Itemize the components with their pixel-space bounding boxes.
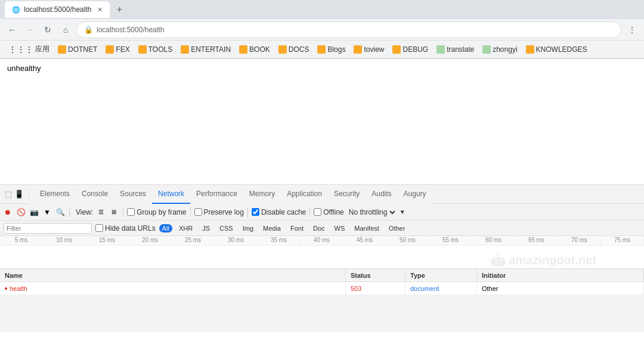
row-status: 503: [351, 285, 361, 292]
reload-button[interactable]: ↻: [41, 23, 55, 37]
forward-button[interactable]: →: [23, 23, 37, 37]
disable-cache-input[interactable]: [252, 208, 259, 216]
tab-security[interactable]: Security: [328, 185, 366, 204]
filter-icon[interactable]: ▼: [42, 207, 52, 218]
tab-audits[interactable]: Audits: [366, 185, 397, 204]
view-grid-icon[interactable]: ⊞: [109, 207, 119, 218]
offline-input[interactable]: [314, 208, 321, 216]
folder-icon: [181, 45, 189, 54]
tick-20ms: 20 ms: [129, 236, 172, 245]
tab-network[interactable]: Network: [152, 185, 190, 204]
bookmark-entertain[interactable]: ENTERTAIN: [177, 44, 234, 55]
tab-performance[interactable]: Performance: [190, 185, 243, 204]
network-table: Name Status Type Initiator health 503 do…: [0, 269, 644, 295]
preserve-log-input[interactable]: [194, 208, 202, 216]
bookmark-blogs[interactable]: Blogs: [314, 44, 349, 55]
bookmark-fex[interactable]: FEX: [102, 44, 133, 55]
offline-checkbox[interactable]: Offline: [314, 208, 343, 216]
filter-tag-js[interactable]: JS: [199, 224, 213, 233]
td-initiator: Other: [477, 282, 644, 295]
bookmark-debug[interactable]: DEBUG: [389, 44, 432, 55]
row-error-indicator: [5, 287, 7, 290]
throttling-chevron-icon[interactable]: ▼: [400, 209, 405, 215]
separator: [69, 207, 70, 217]
preserve-log-checkbox[interactable]: Preserve log: [194, 208, 244, 216]
bookmark-zhongyi[interactable]: zhongyi: [479, 44, 521, 55]
filter-tag-all[interactable]: All: [159, 224, 172, 233]
filter-tag-manifest[interactable]: Manifest: [351, 224, 382, 233]
new-tab-button[interactable]: +: [112, 2, 126, 17]
record-stop-button[interactable]: ⏺: [2, 207, 13, 218]
td-name: health: [0, 282, 346, 295]
tick-60ms: 60 ms: [472, 236, 515, 245]
tab-close-icon[interactable]: ✕: [97, 6, 103, 14]
tick-5ms: 5 ms: [0, 236, 43, 245]
bookmark-toview[interactable]: toview: [350, 44, 388, 55]
hide-data-urls-checkbox[interactable]: Hide data URLs: [95, 224, 156, 233]
bookmark-tools[interactable]: TOOLS: [135, 44, 176, 55]
capture-screenshot-button[interactable]: 📷: [29, 207, 39, 218]
devtools-device-icon[interactable]: 📱: [14, 190, 24, 199]
throttling-select[interactable]: No throttling: [346, 207, 397, 217]
filter-tag-ws[interactable]: WS: [332, 224, 348, 233]
timeline-header: 5 ms 10 ms 15 ms 20 ms 25 ms 30 ms 35 ms…: [0, 236, 644, 246]
active-tab[interactable]: 🌐 localhost:5000/health ✕: [5, 1, 110, 18]
tick-25ms: 25 ms: [172, 236, 215, 245]
search-button[interactable]: 🔍: [55, 207, 66, 218]
back-button[interactable]: ←: [5, 23, 19, 37]
folder-icon: [354, 45, 362, 54]
disable-cache-checkbox[interactable]: Disable cache: [252, 208, 306, 216]
filter-tag-media[interactable]: Media: [260, 224, 284, 233]
tab-application[interactable]: Application: [281, 185, 328, 204]
filter-tag-css[interactable]: CSS: [216, 224, 236, 233]
separator2: [123, 207, 123, 217]
folder-icon: [317, 45, 326, 54]
bookmark-dotnet[interactable]: DOTNET: [54, 44, 101, 55]
filter-tag-font[interactable]: Font: [287, 224, 306, 233]
tab-elements[interactable]: Elements: [34, 185, 76, 204]
filter-tag-xhr[interactable]: XHR: [176, 224, 196, 233]
row-initiator: Other: [482, 285, 499, 292]
bookmark-knowledges[interactable]: KNOWLEDGES: [522, 44, 591, 55]
apps-label: 应用: [35, 44, 49, 54]
tick-10ms: 10 ms: [43, 236, 86, 245]
table-row[interactable]: health 503 document Other: [0, 282, 644, 295]
folder-icon: [138, 45, 147, 54]
view-list-icon[interactable]: ☰: [95, 207, 106, 218]
tab-sources[interactable]: Sources: [114, 185, 152, 204]
tab-memory[interactable]: Memory: [243, 185, 281, 204]
address-bar[interactable]: 🔒 localhost:5000/health: [76, 21, 621, 38]
devtools-inspect-icon[interactable]: ⬚: [5, 190, 12, 199]
clear-button[interactable]: 🚫: [16, 207, 26, 218]
tick-35ms: 35 ms: [258, 236, 301, 245]
group-by-frame-checkbox[interactable]: Group by frame: [127, 208, 186, 216]
row-name-link[interactable]: health: [10, 285, 27, 292]
tab-augury[interactable]: Augury: [398, 185, 432, 204]
bookmark-book[interactable]: BOOK: [236, 44, 274, 55]
row-type: document: [410, 285, 439, 292]
filter-input[interactable]: [4, 223, 92, 234]
tab-console[interactable]: Console: [76, 185, 114, 204]
filter-tag-img[interactable]: Img: [240, 224, 256, 233]
filter-tag-doc[interactable]: Doc: [310, 224, 328, 233]
th-name: Name: [0, 269, 346, 281]
td-status: 503: [346, 282, 405, 295]
bookmark-translate[interactable]: translate: [433, 44, 478, 55]
group-by-frame-input[interactable]: [127, 208, 135, 216]
lock-icon: 🔒: [84, 26, 93, 34]
tick-40ms: 40 ms: [301, 236, 343, 245]
hide-data-urls-input[interactable]: [95, 224, 103, 232]
bookmark-docs[interactable]: DOCS: [275, 44, 313, 55]
apps-icon: ⋮⋮⋮: [8, 45, 33, 54]
tab-title: localhost:5000/health: [24, 5, 91, 14]
apps-bookmark[interactable]: ⋮⋮⋮ 应用: [5, 42, 53, 56]
home-button[interactable]: ⌂: [58, 23, 73, 37]
filter-bar: Hide data URLs All XHR JS CSS Img Media …: [0, 221, 644, 236]
folder-icon: [526, 45, 534, 54]
folder-icon: [436, 45, 445, 54]
tab-favicon: 🌐: [12, 6, 20, 14]
tick-30ms: 30 ms: [215, 236, 258, 245]
folder-icon: [278, 45, 287, 54]
menu-button[interactable]: ⋮: [625, 23, 639, 37]
filter-tag-other[interactable]: Other: [386, 224, 408, 233]
